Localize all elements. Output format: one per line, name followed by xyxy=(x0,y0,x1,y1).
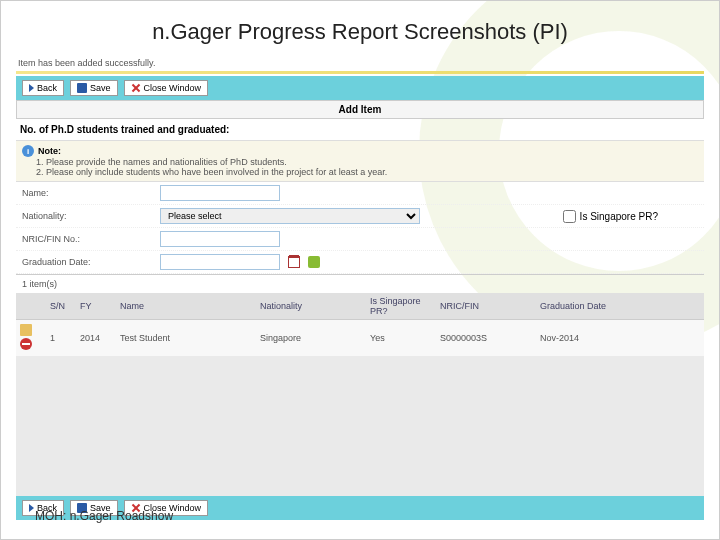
back-icon xyxy=(29,84,34,92)
items-table: S/N FY Name Nationality Is Singapore PR?… xyxy=(16,293,704,356)
calendar-icon[interactable] xyxy=(288,256,300,268)
cell-sn: 1 xyxy=(46,320,76,357)
nationality-select[interactable]: Please select xyxy=(160,208,420,224)
name-input[interactable] xyxy=(160,185,280,201)
th-nationality[interactable]: Nationality xyxy=(256,293,366,320)
table-row: 1 2014 Test Student Singapore Yes S00000… xyxy=(16,320,704,357)
status-message: Item has been added successfully. xyxy=(16,55,704,71)
nric-input[interactable] xyxy=(160,231,280,247)
screenshot-panel: Item has been added successfully. Back S… xyxy=(1,55,719,520)
info-icon: i xyxy=(22,145,34,157)
section-title: No. of Ph.D students trained and graduat… xyxy=(16,119,704,141)
save-icon xyxy=(77,83,87,93)
note-item-2: Please only include students who have be… xyxy=(46,167,698,177)
save-label: Save xyxy=(90,83,111,93)
save-button[interactable]: Save xyxy=(70,80,118,96)
pr-checkbox[interactable] xyxy=(563,210,576,223)
close-button[interactable]: Close Window xyxy=(124,80,209,96)
cell-nationality: Singapore xyxy=(256,320,366,357)
grad-date-input[interactable] xyxy=(160,254,280,270)
cell-grad: Nov-2014 xyxy=(536,320,704,357)
cell-nric: S0000003S xyxy=(436,320,536,357)
th-actions xyxy=(16,293,46,320)
th-fy[interactable]: FY xyxy=(76,293,116,320)
grad-label: Graduation Date: xyxy=(22,257,152,267)
close-label: Close Window xyxy=(144,83,202,93)
nationality-label: Nationality: xyxy=(22,211,152,221)
items-count: 1 item(s) xyxy=(16,274,704,293)
th-nric[interactable]: NRIC/FIN xyxy=(436,293,536,320)
divider-yellow xyxy=(16,71,704,74)
name-label: Name: xyxy=(22,188,152,198)
slide-title: n.Gager Progress Report Screenshots (PI) xyxy=(1,1,719,55)
note-item-1: Please provide the names and nationaliti… xyxy=(46,157,698,167)
back-button[interactable]: Back xyxy=(22,80,64,96)
footer-brand: MOH: n.Gager Roadshow xyxy=(35,509,173,523)
delete-row-icon[interactable] xyxy=(20,338,32,350)
back-label: Back xyxy=(37,83,57,93)
table-empty-area xyxy=(16,356,704,496)
panel-title: Add Item xyxy=(16,100,704,119)
th-pr[interactable]: Is Singapore PR? xyxy=(366,293,436,320)
items-table-wrap: S/N FY Name Nationality Is Singapore PR?… xyxy=(16,293,704,496)
clear-date-icon[interactable] xyxy=(308,256,320,268)
cell-name: Test Student xyxy=(116,320,256,357)
nric-label: NRIC/FIN No.: xyxy=(22,234,152,244)
th-name[interactable]: Name xyxy=(116,293,256,320)
th-sn[interactable]: S/N xyxy=(46,293,76,320)
cell-pr: Yes xyxy=(366,320,436,357)
back-icon xyxy=(29,504,34,512)
edit-row-icon[interactable] xyxy=(20,324,32,336)
pr-label: Is Singapore PR? xyxy=(580,211,658,222)
note-head: Note: xyxy=(38,146,61,156)
close-icon xyxy=(131,83,141,93)
note-box: i Note: Please provide the names and nat… xyxy=(16,141,704,182)
toolbar-top: Back Save Close Window xyxy=(16,76,704,100)
th-grad[interactable]: Graduation Date xyxy=(536,293,704,320)
cell-fy: 2014 xyxy=(76,320,116,357)
